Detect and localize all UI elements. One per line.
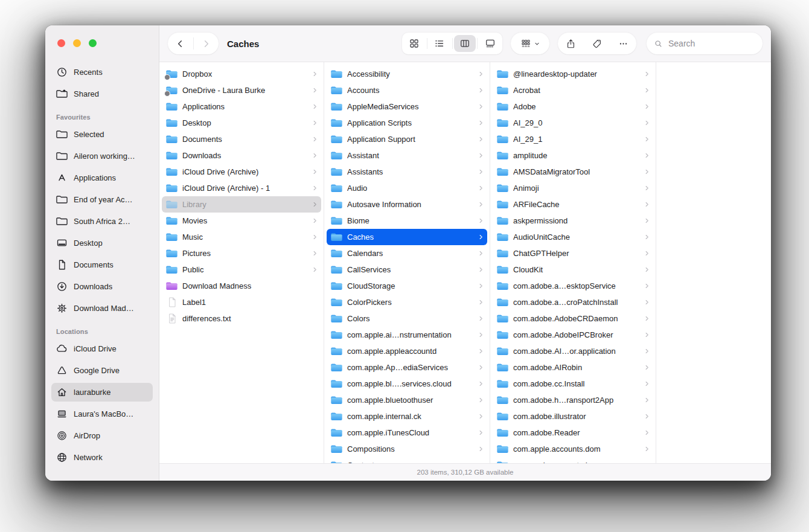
gallery-view-button[interactable] [478, 33, 502, 54]
sidebar-item-download-mad[interactable]: Download Mad… [51, 299, 153, 318]
sidebar-item-downloads[interactable]: Downloads [51, 277, 153, 296]
sidebar-item-aileron-working[interactable]: Aileron working… [51, 147, 153, 165]
file-row-icloud-drive-archive[interactable]: iCloud Drive (Archive) [162, 164, 321, 180]
file-row-assistants[interactable]: Assistants [327, 164, 487, 180]
search-input[interactable] [667, 38, 755, 49]
file-row-public[interactable]: Public [162, 261, 321, 278]
file-row-askpermissiond[interactable]: askpermissiond [493, 213, 653, 229]
file-row-chatgpthelper[interactable]: ChatGPTHelper [493, 245, 653, 261]
file-row-application-support[interactable]: Application Support [327, 131, 487, 147]
chevron-right-icon [478, 332, 484, 338]
file-row-adobe[interactable]: Adobe [493, 98, 653, 115]
file-row-com-adobe-ai-or-application[interactable]: com.adobe.AI…or.application [493, 343, 653, 359]
file-row-movies[interactable]: Movies [162, 213, 321, 229]
tags-button[interactable] [584, 33, 610, 54]
file-row-com-adobe-adobeipcbroker[interactable]: com.adobe.AdobeIPCBroker [493, 327, 653, 343]
file-row-library[interactable]: Library [162, 196, 321, 213]
sidebar-item-documents[interactable]: Documents [51, 255, 153, 274]
file-row-com-adobe-airobin[interactable]: com.adobe.AIRobin [493, 359, 653, 376]
sidebar-item-recents[interactable]: Recents [51, 63, 153, 82]
file-row-com-apple-accounts-dom[interactable]: com.apple.accounts.dom [493, 441, 653, 457]
file-row-download-madness[interactable]: Download Madness [162, 278, 321, 294]
file-row-com-adobe-a-esktopservice[interactable]: com.adobe.a…esktopService [493, 278, 653, 294]
file-row-autosave-information[interactable]: Autosave Information [327, 196, 487, 213]
list-view-button[interactable] [427, 33, 452, 54]
file-row-icloud-drive-archive-1[interactable]: iCloud Drive (Archive) - 1 [162, 180, 321, 196]
file-row-assistant[interactable]: Assistant [327, 147, 487, 164]
icon-view-button[interactable] [402, 33, 427, 54]
sidebar-item-network[interactable]: Network [51, 448, 153, 467]
file-row-onedrive-laura-burke[interactable]: OneDrive - Laura Burke [162, 82, 321, 98]
minimize-window-button[interactable] [73, 39, 81, 47]
file-row-com-apple-ap-ediaservices[interactable]: com.apple.Ap…ediaServices [327, 359, 487, 376]
file-row-animoji[interactable]: Animoji [493, 180, 653, 196]
sidebar-item-icloud-drive[interactable]: iCloud Drive [51, 339, 153, 358]
file-row-cloudkit[interactable]: CloudKit [493, 261, 653, 278]
file-row-calendars[interactable]: Calendars [327, 245, 487, 261]
file-row-downloads[interactable]: Downloads [162, 147, 321, 164]
sidebar-item-end-of-year-ac[interactable]: End of year Ac… [51, 190, 153, 209]
sidebar-item-desktop[interactable]: Desktop [51, 234, 153, 252]
file-row-amplitude[interactable]: amplitude [493, 147, 653, 164]
column-view-button[interactable] [453, 33, 478, 54]
sidebar-item-south-africa-2[interactable]: South Africa 2… [51, 212, 153, 231]
file-row-audio[interactable]: Audio [327, 180, 487, 196]
sidebar-item-shared[interactable]: Shared [51, 85, 153, 103]
file-row-com-apple-appleaccountd[interactable]: com.apple.appleaccountd [327, 343, 487, 359]
file-row-pictures[interactable]: Pictures [162, 245, 321, 261]
file-row-label1[interactable]: Label1 [162, 294, 321, 310]
file-row-compositions[interactable]: Compositions [327, 441, 487, 457]
file-row-cloudstorage[interactable]: CloudStorage [327, 278, 487, 294]
file-row-dropbox[interactable]: Dropbox [162, 66, 321, 82]
file-row-com-adobe-adobecrdaemon[interactable]: com.adobe.AdobeCRDaemon [493, 310, 653, 327]
file-row-com-adobe-h-ransport2app[interactable]: com.adobe.h…ransport2App [493, 392, 653, 408]
file-row-applications[interactable]: Applications [162, 98, 321, 115]
file-row-biome[interactable]: Biome [327, 213, 487, 229]
file-row-com-apple-internal-ck[interactable]: com.apple.internal.ck [327, 408, 487, 425]
file-row-ai-29-1[interactable]: AI_29_1 [493, 131, 653, 147]
file-row-com-apple-itunescloud[interactable]: com.apple.iTunesCloud [327, 425, 487, 441]
file-row-application-scripts[interactable]: Application Scripts [327, 115, 487, 131]
file-row-amsdatamigratortool[interactable]: AMSDataMigratorTool [493, 164, 653, 180]
file-row-com-adobe-illustrator[interactable]: com.adobe.illustrator [493, 408, 653, 425]
file-name: Documents [182, 135, 307, 144]
sidebar-item-laura-s-macbo[interactable]: Laura's MacBo… [51, 405, 153, 423]
forward-button[interactable] [194, 33, 219, 54]
file-row-com-apple-bl-services-cloud[interactable]: com.apple.bl….services.cloud [327, 376, 487, 392]
file-row-com-adobe-reader[interactable]: com.adobe.Reader [493, 425, 653, 441]
file-row-acrobat[interactable]: Acrobat [493, 82, 653, 98]
sidebar-item-applications[interactable]: Applications [51, 168, 153, 187]
file-row-accessibility[interactable]: Accessibility [327, 66, 487, 82]
file-row-com-apple-accountsd[interactable]: com.apple.accountsd [493, 457, 653, 463]
file-row-desktop[interactable]: Desktop [162, 115, 321, 131]
close-window-button[interactable] [57, 39, 65, 47]
file-row-ai-29-0[interactable]: AI_29_0 [493, 115, 653, 131]
file-row-applemediaservices[interactable]: AppleMediaServices [327, 98, 487, 115]
file-row-callservices[interactable]: CallServices [327, 261, 487, 278]
sidebar-item-lauraburke[interactable]: lauraburke [51, 383, 153, 402]
file-row-differences-txt[interactable]: differences.txt [162, 310, 321, 327]
file-name: AppleMediaServices [347, 102, 473, 111]
file-row-com-adobe-cc-install[interactable]: com.adobe.cc.Install [493, 376, 653, 392]
file-row-audiounitcache[interactable]: AudioUnitCache [493, 229, 653, 245]
group-by-button[interactable] [511, 33, 549, 54]
file-row-colors[interactable]: Colors [327, 310, 487, 327]
file-row-documents[interactable]: Documents [162, 131, 321, 147]
file-row-music[interactable]: Music [162, 229, 321, 245]
file-row-contacts[interactable]: Contacts [327, 457, 487, 463]
sidebar-item-selected[interactable]: Selected [51, 125, 153, 144]
sidebar-item-google-drive[interactable]: Google Drive [51, 361, 153, 380]
file-row-accounts[interactable]: Accounts [327, 82, 487, 98]
more-actions-button[interactable] [610, 33, 636, 54]
file-row-com-apple-ai-nstrumentation[interactable]: com.apple.ai…nstrumentation [327, 327, 487, 343]
back-button[interactable] [168, 33, 193, 54]
zoom-window-button[interactable] [89, 39, 97, 47]
file-row-com-adobe-a-cropatchinstall[interactable]: com.adobe.a…croPatchInstall [493, 294, 653, 310]
share-button[interactable] [558, 33, 584, 54]
file-row-caches[interactable]: Caches [327, 229, 487, 245]
file-row-arfilecache[interactable]: ARFileCache [493, 196, 653, 213]
sidebar-item-airdrop[interactable]: AirDrop [51, 426, 153, 445]
file-row-com-apple-bluetoothuser[interactable]: com.apple.bluetoothuser [327, 392, 487, 408]
file-row-lineardesktop-updater[interactable]: @lineardesktop-updater [493, 66, 653, 82]
file-row-colorpickers[interactable]: ColorPickers [327, 294, 487, 310]
